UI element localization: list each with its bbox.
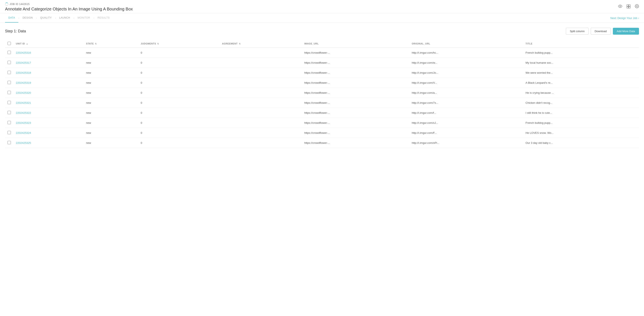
cell-unit-id[interactable]: 2202425321 bbox=[13, 98, 84, 108]
table-header-row: UNIT ID ▲ STATE ⇅ JUDGMENTS ⇅ AGREEMENT … bbox=[5, 40, 639, 48]
cell-agreement bbox=[220, 88, 302, 98]
table-row: 2202425325 new 0 https://crowdflower-...… bbox=[5, 138, 639, 148]
table-body: 2202425316 new 0 https://crowdflower-...… bbox=[5, 48, 639, 148]
preview-icon[interactable] bbox=[618, 4, 622, 9]
row-checkbox-6[interactable] bbox=[8, 111, 11, 114]
cell-unit-id[interactable]: 2202425324 bbox=[13, 128, 84, 138]
cell-state: new bbox=[84, 98, 138, 108]
row-checkbox-4[interactable] bbox=[8, 91, 11, 94]
download-button[interactable]: Download bbox=[591, 28, 611, 35]
cell-title: A Black Leopard's re... bbox=[523, 78, 639, 88]
cell-image-url: https://crowdflower-... bbox=[302, 88, 409, 98]
svg-rect-3 bbox=[627, 7, 628, 8]
cell-state: new bbox=[84, 88, 138, 98]
cell-judgments: 0 bbox=[138, 48, 220, 58]
cell-title: He LOVES snow. Wo... bbox=[523, 128, 639, 138]
row-checkbox-cell bbox=[5, 128, 13, 138]
cell-judgments: 0 bbox=[138, 128, 220, 138]
cell-judgments: 0 bbox=[138, 138, 220, 148]
tab-launch[interactable]: LAUNCH bbox=[56, 13, 73, 22]
job-id-row: JOB ID 1442615 bbox=[5, 2, 639, 6]
tab-quality[interactable]: QUALITY bbox=[37, 13, 55, 22]
cell-judgments: 0 bbox=[138, 78, 220, 88]
nav-tabs: DATA › DESIGN › QUALITY › LAUNCH › MONIT… bbox=[5, 13, 113, 22]
col-header-judgments[interactable]: JUDGMENTS ⇅ bbox=[138, 40, 220, 48]
col-header-state[interactable]: STATE ⇅ bbox=[84, 40, 138, 48]
cell-title: My local humane soc... bbox=[523, 58, 639, 68]
row-checkbox-3[interactable] bbox=[8, 81, 11, 84]
table-row: 2202425321 new 0 https://crowdflower-...… bbox=[5, 98, 639, 108]
row-checkbox-cell bbox=[5, 108, 13, 118]
cell-unit-id[interactable]: 2202425316 bbox=[13, 48, 84, 58]
tab-data[interactable]: DATA bbox=[5, 13, 18, 22]
row-checkbox-2[interactable] bbox=[8, 71, 11, 74]
step-title: Step 1: Data bbox=[5, 29, 26, 33]
cell-judgments: 0 bbox=[138, 108, 220, 118]
row-checkbox-7[interactable] bbox=[8, 121, 11, 124]
cell-title: Our 3 day old baby c... bbox=[523, 138, 639, 148]
cell-unit-id[interactable]: 2202425317 bbox=[13, 58, 84, 68]
cell-image-url: https://crowdflower-... bbox=[302, 118, 409, 128]
row-checkbox-8[interactable] bbox=[8, 131, 11, 134]
cell-judgments: 0 bbox=[138, 118, 220, 128]
cell-judgments: 0 bbox=[138, 58, 220, 68]
cell-agreement bbox=[220, 108, 302, 118]
select-all-checkbox[interactable] bbox=[8, 42, 11, 45]
cell-judgments: 0 bbox=[138, 98, 220, 108]
settings-icon[interactable] bbox=[635, 4, 639, 9]
nav-next-label: Next: Design Your Job bbox=[610, 16, 637, 20]
row-checkbox-cell bbox=[5, 88, 13, 98]
cell-judgments: 0 bbox=[138, 68, 220, 78]
cell-image-url: https://crowdflower-... bbox=[302, 58, 409, 68]
cell-state: new bbox=[84, 48, 138, 58]
cell-agreement bbox=[220, 48, 302, 58]
cell-unit-id[interactable]: 2202425322 bbox=[13, 108, 84, 118]
cell-original-url: http://i.imgur.com/V... bbox=[409, 78, 523, 88]
cell-agreement bbox=[220, 58, 302, 68]
row-checkbox-9[interactable] bbox=[8, 141, 11, 144]
row-checkbox-cell bbox=[5, 98, 13, 108]
cell-title: I still think he is cute... bbox=[523, 108, 639, 118]
cell-unit-id[interactable]: 2202425319 bbox=[13, 78, 84, 88]
cell-state: new bbox=[84, 78, 138, 88]
row-checkbox-0[interactable] bbox=[8, 51, 11, 54]
nav-next-button[interactable]: Next: Design Your Job › bbox=[610, 16, 639, 20]
nav-next-chevron: › bbox=[638, 16, 639, 20]
page-title: Annotate And Categorize Objects In An Im… bbox=[5, 7, 639, 11]
cell-state: new bbox=[84, 128, 138, 138]
table-row: 2202425324 new 0 https://crowdflower-...… bbox=[5, 128, 639, 138]
row-checkbox-1[interactable] bbox=[8, 61, 11, 64]
row-checkbox-cell bbox=[5, 78, 13, 88]
col-header-unit-id[interactable]: UNIT ID ▲ bbox=[13, 40, 84, 48]
cell-unit-id[interactable]: 2202425318 bbox=[13, 68, 84, 78]
row-checkbox-cell bbox=[5, 58, 13, 68]
table-row: 2202425322 new 0 https://crowdflower-...… bbox=[5, 108, 639, 118]
sort-unit-id-icon: ▲ bbox=[26, 42, 28, 45]
row-checkbox-cell bbox=[5, 118, 13, 128]
cell-image-url: https://crowdflower-... bbox=[302, 128, 409, 138]
data-table: UNIT ID ▲ STATE ⇅ JUDGMENTS ⇅ AGREEMENT … bbox=[5, 40, 639, 148]
cell-state: new bbox=[84, 58, 138, 68]
row-checkbox-5[interactable] bbox=[8, 101, 11, 104]
cell-agreement bbox=[220, 68, 302, 78]
add-more-data-button[interactable]: Add More Data bbox=[613, 28, 639, 35]
cell-unit-id[interactable]: 2202425320 bbox=[13, 88, 84, 98]
tab-monitor: MONITOR bbox=[74, 13, 94, 22]
svg-point-0 bbox=[620, 6, 621, 7]
sort-agreement-icon: ⇅ bbox=[239, 42, 241, 45]
cell-original-url: http://i.imgur.com/a... bbox=[409, 88, 523, 98]
cell-original-url: http://i.imgur.com/hc... bbox=[409, 48, 523, 58]
col-header-agreement[interactable]: AGREEMENT ⇅ bbox=[220, 40, 302, 48]
cell-unit-id[interactable]: 2202425325 bbox=[13, 138, 84, 148]
cell-original-url: http://i.imgur.com/Jo... bbox=[409, 68, 523, 78]
cell-agreement bbox=[220, 138, 302, 148]
layers-icon[interactable] bbox=[626, 4, 631, 9]
split-column-button[interactable]: Split column bbox=[566, 28, 589, 35]
cell-original-url: http://i.imgur.com/oPi... bbox=[409, 138, 523, 148]
cell-original-url: http://i.imgur.com/7x... bbox=[409, 98, 523, 108]
table-row: 2202425316 new 0 https://crowdflower-...… bbox=[5, 48, 639, 58]
cell-unit-id[interactable]: 2202425323 bbox=[13, 118, 84, 128]
tab-design[interactable]: DESIGN bbox=[19, 13, 36, 22]
svg-rect-1 bbox=[627, 5, 628, 6]
cell-original-url: http://i.imgur.com/f... bbox=[409, 108, 523, 118]
